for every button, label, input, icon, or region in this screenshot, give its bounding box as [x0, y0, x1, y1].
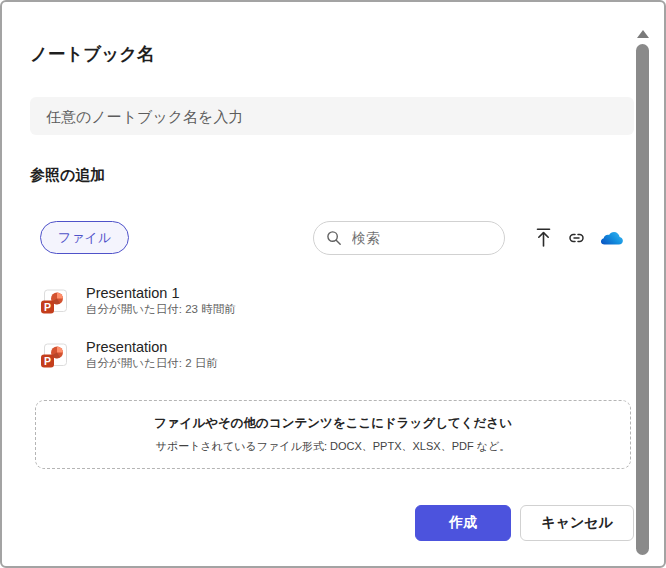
search-icon	[326, 230, 342, 246]
file-opened-date: 自分が開いた日付: 2 日前	[86, 356, 218, 371]
file-opened-date: 自分が開いた日付: 23 時間前	[86, 302, 236, 317]
upload-icon	[534, 227, 553, 248]
toolbar-right-group	[313, 221, 626, 255]
dialog-actions: 作成 キャンセル	[415, 505, 634, 541]
upload-button[interactable]	[532, 225, 555, 250]
search-input[interactable]	[350, 229, 492, 247]
scroll-up-arrow-icon[interactable]	[637, 30, 649, 38]
file-list: P Presentation 1 自分が開いた日付: 23 時間前 P	[40, 285, 594, 393]
link-button[interactable]	[564, 226, 589, 250]
dropzone-supported-formats: サポートされているファイル形式: DOCX、PPTX、XLSX、PDF など。	[156, 439, 510, 454]
file-row-presentation[interactable]: P Presentation 自分が開いた日付: 2 日前	[40, 339, 594, 371]
onedrive-cloud-icon	[600, 230, 624, 246]
add-references-heading: 参照の追加	[30, 166, 105, 185]
references-toolbar: ファイル	[40, 220, 626, 255]
create-button[interactable]: 作成	[415, 505, 511, 541]
file-dropzone[interactable]: ファイルやその他のコンテンツをここにドラッグしてください サポートされているファ…	[35, 400, 631, 469]
cancel-button[interactable]: キャンセル	[520, 505, 634, 541]
powerpoint-file-icon: P	[40, 341, 69, 370]
powerpoint-file-icon: P	[40, 287, 69, 316]
files-filter-label: ファイル	[58, 229, 111, 247]
file-texts: Presentation 自分が開いた日付: 2 日前	[86, 339, 218, 371]
file-texts: Presentation 1 自分が開いた日付: 23 時間前	[86, 285, 236, 317]
files-filter-pill[interactable]: ファイル	[40, 221, 129, 254]
scrollbar[interactable]	[635, 2, 650, 566]
svg-text:P: P	[44, 300, 51, 312]
file-name: Presentation 1	[86, 285, 236, 302]
file-row-presentation-1[interactable]: P Presentation 1 自分が開いた日付: 23 時間前	[40, 285, 594, 317]
search-box[interactable]	[313, 221, 505, 255]
scrollbar-thumb[interactable]	[636, 44, 649, 555]
svg-text:P: P	[44, 354, 51, 366]
create-notebook-dialog: ノートブック名 参照の追加 ファイル	[0, 0, 666, 568]
file-name: Presentation	[86, 339, 218, 356]
dialog-title: ノートブック名	[30, 42, 155, 66]
onedrive-button[interactable]	[598, 228, 626, 248]
dropzone-title: ファイルやその他のコンテンツをここにドラッグしてください	[154, 415, 512, 432]
notebook-name-input[interactable]	[30, 97, 634, 135]
link-icon	[566, 228, 587, 248]
